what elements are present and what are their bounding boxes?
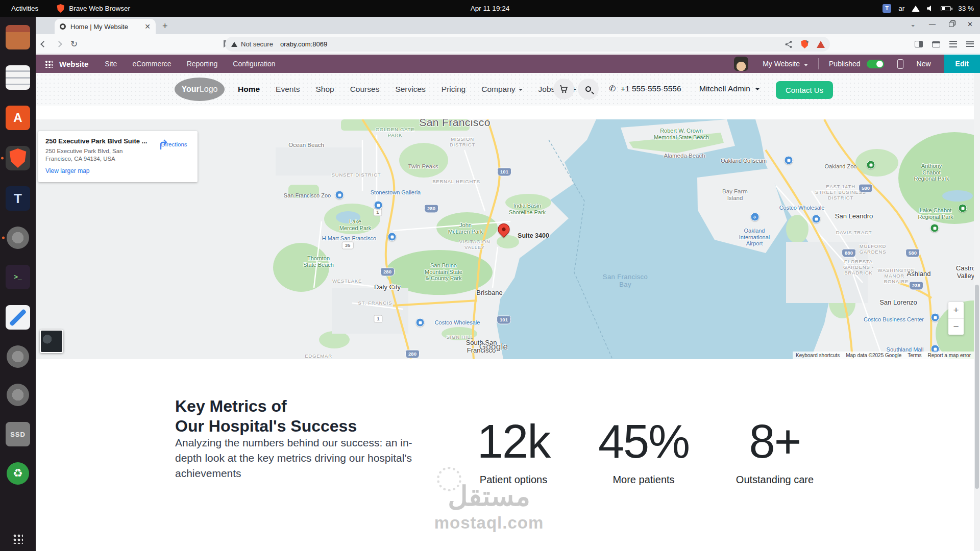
battery-percent: 33 %	[958, 5, 974, 12]
browser-menu-icon[interactable]	[966, 41, 974, 47]
focused-app-menu[interactable]: Brave Web Browser	[57, 4, 130, 13]
dock-t-app[interactable]: T	[6, 186, 30, 211]
nav-item[interactable]: Events	[276, 85, 300, 94]
satellite-view-toggle[interactable]	[40, 330, 63, 353]
dock: A T >_ SSD ♻	[0, 17, 36, 551]
edit-button[interactable]: Edit	[944, 55, 980, 73]
nav-item[interactable]: Pricing	[442, 85, 465, 94]
map-label: John McLaren Park	[448, 222, 483, 235]
activities-button[interactable]: Activities	[11, 5, 38, 12]
stadium-poi-icon[interactable]	[785, 156, 793, 165]
nav-item[interactable]: Company	[481, 85, 522, 94]
mall-poi-icon[interactable]	[374, 201, 383, 210]
website-switcher[interactable]: My Website	[763, 60, 808, 68]
odoo-menu-item[interactable]: eCommerce	[132, 60, 171, 68]
avatar[interactable]	[734, 57, 748, 71]
dock-app-circle-1[interactable]	[7, 227, 29, 249]
back-button[interactable]	[36, 39, 51, 49]
reload-button[interactable]: ↻	[66, 39, 82, 49]
report-error-link[interactable]: Report a map error	[925, 352, 974, 359]
customize-icon[interactable]	[949, 41, 957, 47]
scrollbar-thumb[interactable]	[975, 285, 979, 489]
store-poi-icon[interactable]	[388, 233, 397, 241]
dock-text-editor[interactable]	[6, 65, 30, 90]
contact-us-button[interactable]: Contact Us	[776, 81, 833, 99]
brave-rewards-icon[interactable]	[817, 41, 825, 48]
map-card-address: 250 Executive Park Blvd, San Francisco, …	[45, 147, 142, 163]
dock-recycle[interactable]: ♻	[7, 462, 29, 485]
terms-link[interactable]: Terms	[904, 352, 924, 359]
park-poi-icon[interactable]	[959, 204, 967, 213]
costco-poi-icon[interactable]	[812, 215, 821, 223]
search-button[interactable]	[578, 79, 599, 99]
odoo-app-name[interactable]: Website	[59, 60, 88, 68]
system-tray[interactable]: T ar 33 %	[883, 4, 974, 13]
costco-poi-icon[interactable]	[416, 318, 425, 327]
sidebar-toggle-icon[interactable]	[915, 41, 923, 47]
close-window-button[interactable]: ✕	[967, 20, 973, 28]
share-icon[interactable]	[785, 40, 793, 48]
dock-software-store[interactable]: A	[6, 106, 30, 130]
site-logo[interactable]: YourLogo	[175, 78, 225, 101]
input-method-icon[interactable]: T	[883, 4, 891, 13]
nav-item[interactable]: Services	[395, 85, 425, 94]
airport-poi-icon[interactable]: ✈	[751, 213, 760, 221]
mobile-preview-icon[interactable]	[897, 59, 903, 69]
zoom-in-button[interactable]: +	[948, 302, 964, 319]
odoo-menu-item[interactable]: Site	[105, 60, 117, 68]
dock-pen-app[interactable]	[6, 305, 30, 330]
dock-ssd[interactable]: SSD	[6, 422, 30, 446]
volume-icon[interactable]	[927, 6, 934, 12]
cart-button[interactable]	[553, 79, 574, 99]
wifi-icon[interactable]	[912, 6, 920, 12]
keyboard-layout[interactable]: ar	[898, 5, 904, 12]
park-poi-icon[interactable]	[867, 161, 875, 169]
keyboard-shortcuts-link[interactable]: Keyboard shortcuts	[793, 352, 843, 359]
nav-item[interactable]: Home	[238, 85, 260, 94]
interstate-shield: 280	[380, 268, 395, 277]
costco-poi-icon[interactable]	[931, 313, 940, 322]
tab-strip: Home | My Website ✕ + ⌄ — ✕	[36, 17, 980, 34]
nav-item[interactable]: Jobs	[538, 85, 555, 94]
phone-link[interactable]: ✆ +1 555-555-5556	[609, 84, 681, 93]
page-scrollbar[interactable]	[974, 73, 980, 551]
security-label[interactable]: Not secure	[241, 40, 273, 48]
user-menu[interactable]: Mitchell Admin	[699, 84, 760, 93]
tab-close-icon[interactable]: ✕	[144, 22, 151, 31]
tab-search-icon[interactable]: ⌄	[910, 20, 916, 28]
minimize-button[interactable]: —	[929, 20, 936, 28]
google-logo[interactable]: Google	[479, 342, 508, 352]
clock[interactable]: Apr 11 19:24	[471, 5, 509, 12]
google-map[interactable]: San FranciscoOcean BeachGOLDEN GATE PARK…	[36, 119, 974, 359]
map-label: San Francisco	[419, 119, 490, 129]
new-button[interactable]: New	[917, 60, 931, 68]
publish-toggle[interactable]	[867, 60, 884, 68]
dock-app-circle-2[interactable]	[7, 345, 29, 368]
url-text[interactable]: oraby.com:8069	[280, 40, 327, 48]
dock-terminal[interactable]: >_	[6, 265, 30, 289]
wallet-icon[interactable]	[932, 41, 940, 47]
dock-app-circle-3[interactable]	[7, 384, 29, 406]
map-label: Robert W. Crown Memorial State Beach	[654, 128, 709, 140]
brave-shield-icon[interactable]: 1	[801, 40, 808, 48]
directions-link[interactable]: Directions	[158, 138, 190, 147]
nav-item[interactable]: Courses	[350, 85, 380, 94]
forward-button[interactable]	[51, 39, 66, 49]
view-larger-map-link[interactable]: View larger map	[45, 167, 190, 174]
nav-item[interactable]: Shop	[315, 85, 334, 94]
phone-icon: ✆	[609, 84, 616, 93]
odoo-menu-item[interactable]: Reporting	[187, 60, 218, 68]
park-poi-icon[interactable]	[930, 224, 939, 233]
browser-tab[interactable]: Home | My Website ✕	[55, 19, 156, 34]
address-bar[interactable]: Not secure oraby.com:8069 1	[225, 37, 830, 52]
new-tab-button[interactable]: +	[162, 21, 168, 31]
show-applications-button[interactable]	[13, 534, 23, 544]
odoo-menu-item[interactable]: Configuration	[233, 60, 275, 68]
map-label: Anthony Chabot Regional Park	[914, 163, 949, 182]
zoom-out-button[interactable]: −	[948, 319, 964, 335]
zoo-poi-icon[interactable]	[335, 191, 344, 199]
apps-grid-icon[interactable]	[45, 60, 53, 68]
restore-button[interactable]	[949, 22, 954, 27]
dock-files[interactable]	[6, 25, 30, 49]
dock-brave[interactable]	[6, 146, 30, 170]
